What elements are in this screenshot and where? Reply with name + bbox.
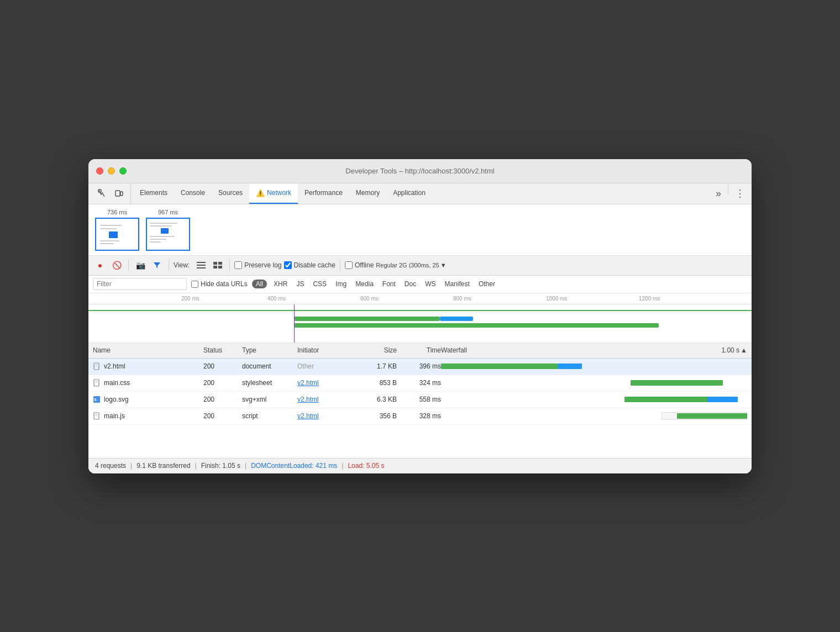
toolbar-divider-1 (128, 260, 129, 271)
stylesheet-icon (93, 379, 101, 387)
filter-ws-button[interactable]: WS (423, 279, 438, 289)
settings-button[interactable]: ⋮ (731, 183, 749, 204)
requests-count: 4 requests (95, 462, 126, 470)
clear-button[interactable]: 🚫 (109, 258, 124, 272)
finish-time: Finish: 1.05 s (201, 462, 240, 470)
col-header-type: Type (242, 346, 297, 354)
tab-memory[interactable]: Memory (349, 183, 386, 204)
tab-sources[interactable]: Sources (212, 183, 249, 204)
filter-manifest-button[interactable]: Manifest (443, 279, 472, 289)
title-bar: Developer Tools – http://localhost:3000/… (88, 159, 752, 183)
table-row[interactable]: S logo.svg 200 svg+xml v2.html 6.3 KB 55… (88, 392, 752, 408)
ruler-1200ms: 1200 ms (639, 296, 660, 302)
filter-css-button[interactable]: CSS (311, 279, 329, 289)
col-header-size: Size (353, 346, 397, 354)
preserve-log-label[interactable]: Preserve log (234, 261, 281, 269)
disable-cache-checkbox[interactable] (284, 261, 292, 269)
list-view-button[interactable] (194, 260, 208, 271)
hide-data-urls-label[interactable]: Hide data URLs (191, 280, 248, 288)
network-table: v2.html 200 document Other 1.7 KB 396 ms (88, 359, 752, 458)
warning-icon: ⚠️ (256, 189, 265, 197)
divider (728, 183, 728, 194)
filter-input[interactable] (93, 278, 187, 290)
table-row[interactable]: v2.html 200 document Other 1.7 KB 396 ms (88, 359, 752, 375)
filmstrip-time-2: 967 ms (158, 209, 178, 215)
minimize-button[interactable] (108, 167, 115, 175)
devtools-body: Elements Console Sources ⚠️ Network Perf… (88, 183, 752, 473)
transferred-size: 9.1 KB transferred (136, 462, 190, 470)
tab-application[interactable]: Application (386, 183, 432, 204)
ruler-400ms: 400 ms (267, 296, 286, 302)
svg-icon: S (93, 396, 101, 403)
svg-rect-15 (95, 382, 97, 383)
filmstrip-item-1[interactable]: 736 ms (95, 209, 139, 251)
table-row[interactable]: main.js 200 script v2.html 356 B 328 ms (88, 408, 752, 425)
svg-rect-11 (95, 365, 98, 365)
tab-console[interactable]: Console (174, 183, 212, 204)
hide-data-urls-checkbox[interactable] (191, 281, 198, 288)
table-row[interactable]: main.css 200 stylesheet v2.html 853 B 32… (88, 375, 752, 392)
svg-rect-6 (213, 262, 217, 265)
filmstrip-thumb-2[interactable] (146, 218, 190, 251)
filter-media-button[interactable]: Media (353, 279, 376, 289)
ruler-1000ms: 1000 ms (546, 296, 567, 302)
col-header-initiator: Initiator (297, 346, 353, 354)
timeline-bar-2 (294, 323, 659, 328)
maximize-button[interactable] (119, 167, 127, 175)
record-button[interactable]: ● (93, 258, 107, 272)
col-header-time: Time (397, 346, 441, 354)
svg-rect-19 (95, 414, 98, 415)
filter-all-button[interactable]: All (252, 280, 267, 288)
filter-button[interactable] (150, 258, 164, 272)
dom-content-loaded: DOMContentLoaded: 421 ms (251, 462, 337, 470)
close-button[interactable] (96, 167, 103, 175)
svg-rect-14 (95, 381, 98, 382)
tab-elements[interactable]: Elements (133, 183, 174, 204)
inspect-element-icon[interactable] (95, 186, 109, 201)
col-header-name: Name (93, 346, 203, 354)
filter-img-button[interactable]: Img (333, 279, 349, 289)
ruler-200ms: 200 ms (181, 296, 200, 302)
col-header-waterfall: Waterfall 1.00 s ▲ (441, 346, 747, 354)
throttle-select[interactable]: Regular 2G (300ms, 25 ▼ (376, 262, 446, 268)
group-view-button[interactable] (211, 260, 225, 271)
timeline-vertical-line (294, 304, 295, 343)
svg-rect-2 (120, 192, 123, 196)
sort-icon: ▲ (741, 346, 747, 354)
filmstrip-item-2[interactable]: 967 ms (146, 209, 190, 251)
filter-js-button[interactable]: JS (294, 279, 306, 289)
offline-checkbox[interactable] (345, 261, 353, 269)
svg-rect-8 (213, 266, 217, 268)
document-icon (93, 362, 101, 370)
filter-doc-button[interactable]: Doc (402, 279, 418, 289)
device-toolbar-icon[interactable] (112, 186, 126, 201)
filmstrip-area: 736 ms 967 ms (88, 204, 752, 256)
filter-xhr-button[interactable]: XHR (271, 279, 290, 289)
svg-rect-9 (218, 266, 222, 268)
tab-network[interactable]: ⚠️ Network (249, 183, 298, 204)
capture-screenshots-button[interactable]: 📷 (133, 258, 148, 272)
filter-other-button[interactable]: Other (476, 279, 497, 289)
more-tabs-button[interactable]: » (711, 183, 726, 204)
disable-cache-label[interactable]: Disable cache (284, 261, 335, 269)
svg-rect-5 (197, 267, 206, 268)
offline-label[interactable]: Offline (345, 261, 374, 269)
col-header-status: Status (203, 346, 242, 354)
preserve-log-checkbox[interactable] (234, 261, 242, 269)
toolbar-divider-3 (229, 260, 230, 271)
svg-rect-4 (197, 265, 206, 266)
svg-rect-3 (197, 262, 206, 263)
ruler-600ms: 600 ms (360, 296, 379, 302)
network-toolbar: ● 🚫 📷 View: (88, 256, 752, 276)
devtools-window: Developer Tools – http://localhost:3000/… (88, 159, 752, 473)
filmstrip-thumb-1[interactable] (95, 218, 139, 251)
tab-performance[interactable]: Performance (298, 183, 349, 204)
svg-rect-20 (95, 415, 97, 416)
waterfall-row-0 (441, 362, 747, 371)
filter-font-button[interactable]: Font (380, 279, 398, 289)
svg-rect-1 (116, 191, 120, 196)
table-header: Name Status Type Initiator Size Time Wat… (88, 343, 752, 359)
timeline-area: 200 ms 400 ms 600 ms 800 ms 1000 ms 1200… (88, 293, 752, 343)
timeline-ruler: 200 ms 400 ms 600 ms 800 ms 1000 ms 1200… (88, 293, 752, 304)
chevron-down-icon: ▼ (440, 262, 447, 268)
